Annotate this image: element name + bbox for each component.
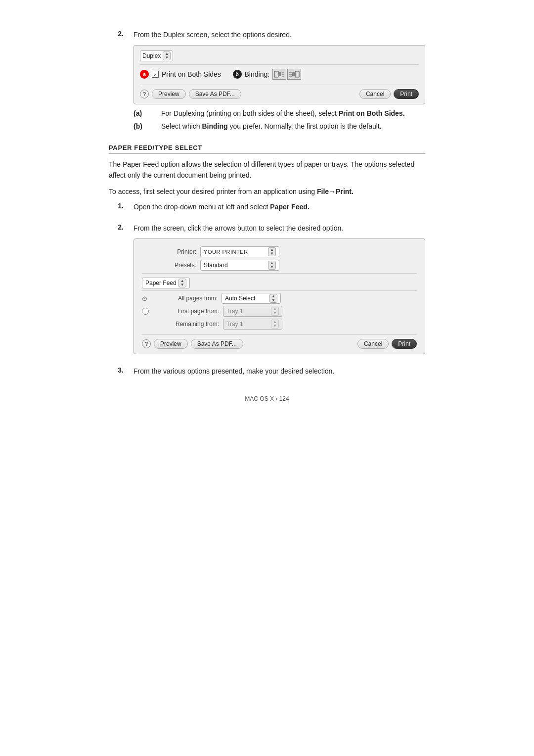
paper-feed-cancel-btn[interactable]: Cancel: [357, 339, 389, 349]
svg-rect-1: [279, 72, 281, 76]
print-button[interactable]: Print: [394, 89, 419, 99]
svg-rect-0: [274, 71, 278, 77]
paper-feed-step1-num: 1.: [109, 202, 124, 216]
presets-label: Presets:: [142, 262, 196, 269]
save-pdf-button[interactable]: Save As PDF...: [189, 89, 241, 99]
paper-feed-step3-num: 3.: [109, 366, 124, 380]
paper-feed-help-icon[interactable]: ?: [142, 339, 151, 348]
duplex-select-label: Duplex: [142, 52, 161, 59]
printer-label: Printer:: [142, 248, 196, 255]
duplex-dialog: Duplex ▲▼ a ✓ Print on Both Sides b Bind…: [134, 45, 425, 104]
duplex-dialog-footer: ? Preview Save As PDF... Cancel Print: [140, 85, 419, 99]
paper-feed-step2-block: 2. From the screen, click the arrows but…: [109, 223, 425, 359]
paper-feed-save-pdf-btn[interactable]: Save As PDF...: [191, 339, 243, 349]
printer-row: Printer: YOUR PRINTER ▲▼: [142, 246, 417, 257]
all-pages-label: All pages from:: [153, 295, 218, 302]
page-footer: MAC OS X › 124: [109, 395, 425, 402]
all-pages-value-box: Auto Select ▲▼: [222, 293, 281, 304]
sub-text-a: For Duplexing (printing on both sides of…: [161, 109, 405, 117]
paper-feed-footer-right: Cancel Print: [357, 339, 417, 349]
paper-feed-select[interactable]: Paper Feed ▲▼: [142, 278, 190, 288]
binding-btn-2[interactable]: [287, 69, 301, 80]
paper-feed-step1-block: 1. Open the drop-down menu at left and s…: [109, 202, 425, 216]
paper-feed-para2: To access, first select your desired pri…: [109, 186, 425, 197]
paper-feed-step3-block: 3. From the various options presented, m…: [109, 366, 425, 380]
cancel-button[interactable]: Cancel: [359, 89, 391, 99]
first-page-stepper: ▲▼: [271, 307, 279, 316]
all-pages-radio-icon: ⊙: [142, 295, 147, 302]
paper-feed-print-btn[interactable]: Print: [392, 339, 417, 349]
preview-button[interactable]: Preview: [152, 89, 186, 99]
page-container: 2. From the Duplex screen, select the op…: [89, 20, 445, 412]
remaining-stepper: ▲▼: [271, 320, 279, 329]
checkbox-icon[interactable]: ✓: [152, 71, 159, 78]
presets-row: Presets: Standard ▲▼: [142, 260, 417, 271]
all-pages-value: Auto Select: [225, 295, 269, 302]
sub-item-a: (a) For Duplexing (printing on both side…: [134, 109, 425, 117]
remaining-label: Remaining from:: [155, 321, 219, 328]
badge-a: a: [140, 70, 149, 79]
step-number-2: 2.: [109, 30, 124, 135]
first-page-radio[interactable]: [142, 308, 149, 315]
paper-feed-section-title: PAPER FEED/TYPE SELECT: [109, 144, 425, 154]
first-page-label: First page from:: [155, 308, 219, 315]
duplex-sub-list: (a) For Duplexing (printing on both side…: [134, 109, 425, 130]
footer-left: ? Preview Save As PDF...: [140, 89, 241, 99]
paper-feed-stepper[interactable]: ▲▼: [178, 279, 186, 287]
duplex-step-block: 2. From the Duplex screen, select the op…: [109, 30, 425, 135]
remaining-row: Remaining from: Tray 1 ▲▼: [142, 319, 417, 330]
svg-rect-6: [292, 72, 295, 76]
presets-value-box: Standard ▲▼: [200, 260, 279, 271]
duplex-stepper[interactable]: ▲▼: [163, 51, 171, 60]
binding-icons: [272, 69, 301, 80]
first-page-row: First page from: Tray 1 ▲▼: [142, 306, 417, 317]
help-icon[interactable]: ?: [140, 90, 149, 98]
printer-value: YOUR PRINTER: [204, 249, 268, 255]
svg-rect-5: [295, 71, 299, 77]
checkbox-label: Print on Both Sides: [162, 70, 221, 78]
footer-right: Cancel Print: [359, 89, 419, 99]
paper-feed-preview-btn[interactable]: Preview: [154, 339, 188, 349]
sub-item-b: (b) Select which Binding you prefer. Nor…: [134, 122, 425, 130]
sub-label-a: (a): [134, 109, 153, 117]
first-page-value-box: Tray 1 ▲▼: [223, 306, 282, 317]
paper-feed-step2-content: From the screen, click the arrows button…: [134, 223, 425, 359]
paper-feed-footer-left: ? Preview Save As PDF...: [142, 339, 243, 349]
printer-stepper[interactable]: ▲▼: [268, 247, 276, 256]
duplex-intro: From the Duplex screen, select the optio…: [134, 30, 425, 40]
paper-feed-para1: The Paper Feed option allows the selecti…: [109, 159, 425, 181]
duplex-options-row: a ✓ Print on Both Sides b Binding:: [140, 69, 419, 80]
remaining-value: Tray 1: [226, 321, 271, 328]
paper-feed-step3-content: From the various options presented, make…: [134, 366, 425, 380]
duplex-select[interactable]: Duplex ▲▼: [140, 50, 173, 61]
badge-b: b: [233, 70, 242, 79]
paper-feed-step1-content: Open the drop-down menu at left and sele…: [134, 202, 425, 216]
printer-value-box: YOUR PRINTER ▲▼: [200, 246, 279, 257]
binding-btn-1[interactable]: [272, 69, 286, 80]
paper-feed-dialog: Printer: YOUR PRINTER ▲▼ Presets: Standa…: [134, 238, 425, 354]
all-pages-stepper[interactable]: ▲▼: [269, 294, 277, 303]
paper-feed-step2-num: 2.: [109, 223, 124, 359]
sub-label-b: (b): [134, 122, 153, 130]
presets-stepper[interactable]: ▲▼: [268, 261, 276, 270]
presets-value: Standard: [204, 262, 268, 269]
remaining-value-box: Tray 1 ▲▼: [223, 319, 282, 330]
print-both-sides-check[interactable]: ✓ Print on Both Sides: [152, 70, 221, 78]
duplex-step-content: From the Duplex screen, select the optio…: [134, 30, 425, 135]
first-page-value: Tray 1: [226, 308, 271, 315]
paper-feed-dropdown-row: Paper Feed ▲▼: [142, 278, 417, 288]
paper-feed-dialog-footer: ? Preview Save As PDF... Cancel Print: [142, 334, 417, 349]
binding-label: Binding:: [245, 70, 270, 78]
duplex-dialog-header: Duplex ▲▼: [140, 50, 419, 65]
paper-feed-section: PAPER FEED/TYPE SELECT The Paper Feed op…: [109, 144, 425, 380]
all-pages-row: ⊙ All pages from: Auto Select ▲▼: [142, 293, 417, 304]
sub-text-b: Select which Binding you prefer. Normall…: [161, 122, 382, 130]
paper-feed-select-label: Paper Feed: [145, 280, 177, 286]
